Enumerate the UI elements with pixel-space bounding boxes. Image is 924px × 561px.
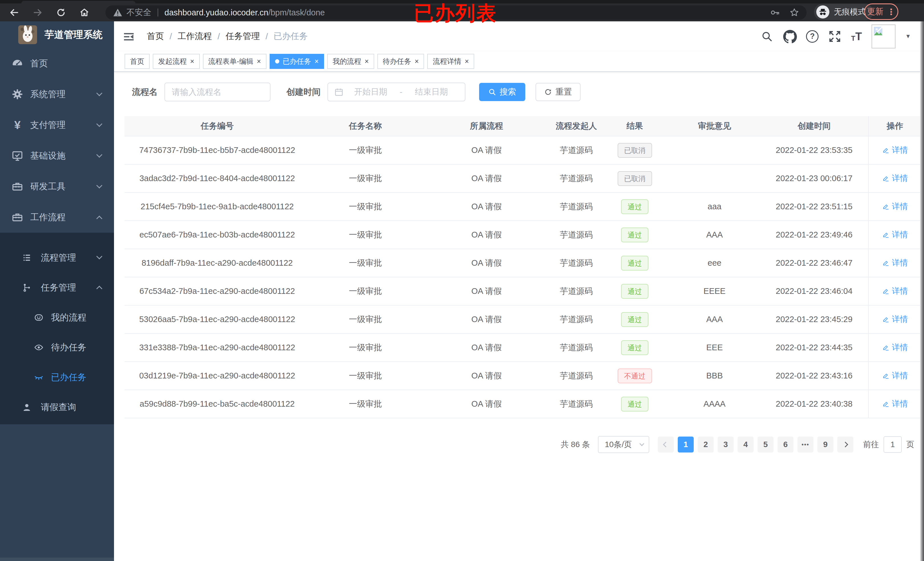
- sidebar-item-devtools[interactable]: 研发工具: [0, 171, 114, 202]
- breadcrumb-item[interactable]: 工作流程: [177, 30, 212, 42]
- detail-link[interactable]: 详情: [882, 145, 908, 156]
- window-edge-scrollbar[interactable]: [920, 21, 924, 561]
- close-icon[interactable]: ×: [415, 58, 419, 65]
- breadcrumb-separator: /: [218, 31, 220, 41]
- caret-down-icon[interactable]: ▼: [905, 33, 911, 40]
- bookmark-star-icon[interactable]: [789, 8, 799, 17]
- detail-link[interactable]: 详情: [882, 201, 908, 212]
- task-id-cell: 3adac3d2-7b9d-11ec-8404-acde48001122: [124, 164, 310, 193]
- browser-reload-icon[interactable]: [55, 7, 67, 18]
- chevron-down-icon: [96, 90, 102, 96]
- close-icon[interactable]: ×: [257, 58, 261, 65]
- status-badge: 通过: [621, 256, 648, 271]
- breadcrumb-current: 已办任务: [274, 30, 308, 42]
- goto-page-input[interactable]: [884, 436, 902, 453]
- github-icon[interactable]: [783, 30, 796, 43]
- sidebar-item-system[interactable]: 系统管理: [0, 79, 114, 110]
- task-id-cell: 331e3388-7b9a-11ec-a290-acde48001122: [124, 334, 310, 362]
- browser-home-icon[interactable]: [79, 7, 90, 18]
- col-result: 结果: [600, 116, 669, 136]
- page-button[interactable]: 9: [818, 437, 833, 452]
- page-button[interactable]: 6: [777, 437, 794, 452]
- prev-page-button[interactable]: [658, 437, 674, 452]
- page-button[interactable]: 2: [698, 437, 714, 452]
- page-button[interactable]: 1: [678, 437, 694, 452]
- tab-home[interactable]: 首页: [124, 54, 150, 69]
- table-row: 215cf4e5-7b9b-11ec-9a1b-acde48001122 一级审…: [124, 193, 921, 221]
- tab-process-detail[interactable]: 流程详情×: [427, 54, 474, 69]
- browser-back-icon[interactable]: [9, 7, 20, 18]
- detail-link[interactable]: 详情: [882, 314, 908, 325]
- reset-button[interactable]: 重置: [536, 83, 580, 101]
- tab-todo-tasks[interactable]: 待办任务×: [377, 54, 424, 69]
- detail-link[interactable]: 详情: [882, 286, 908, 296]
- sidebar-item-process-mgmt[interactable]: 流程管理: [0, 242, 114, 272]
- search-icon[interactable]: [760, 30, 774, 43]
- close-icon[interactable]: ×: [364, 58, 369, 65]
- sidebar-item-payment[interactable]: ¥ 支付管理: [0, 110, 114, 141]
- table-row: 3adac3d2-7b9d-11ec-8404-acde48001122 一级审…: [124, 164, 921, 193]
- detail-link[interactable]: 详情: [882, 257, 908, 268]
- tab-start-process[interactable]: 发起流程×: [153, 54, 200, 69]
- browser-active-tab[interactable]: [21, 1, 135, 3]
- browser-forward-icon[interactable]: [32, 7, 44, 18]
- sidebar-item-workflow[interactable]: 工作流程: [0, 202, 114, 233]
- tab-form-edit[interactable]: 流程表单-编辑×: [203, 54, 267, 69]
- sidebar-item-done-tasks[interactable]: 已办任务: [0, 362, 114, 392]
- breadcrumb-item[interactable]: 任务管理: [226, 30, 260, 42]
- detail-link[interactable]: 详情: [882, 229, 908, 240]
- status-badge: 通过: [621, 227, 648, 242]
- chevron-down-icon: [96, 151, 102, 157]
- detail-link[interactable]: 详情: [882, 173, 908, 184]
- text-size-icon[interactable]: TT: [851, 31, 862, 42]
- sidebar: 芋道管理系统 首页 系统管理 ¥ 支付管理 基础设施 研发工具: [0, 21, 114, 561]
- detail-link[interactable]: 详情: [882, 398, 908, 409]
- done-task-table: 任务编号 任务名称 所属流程 流程发起人 结果 审批意见 创建时间 操作 747…: [124, 116, 921, 418]
- date-range-picker[interactable]: 开始日期 - 结束日期: [327, 82, 465, 102]
- page-button[interactable]: 4: [738, 437, 754, 452]
- detail-link[interactable]: 详情: [882, 342, 908, 353]
- tab-my-process[interactable]: 我的流程×: [327, 54, 374, 69]
- close-icon[interactable]: ×: [465, 58, 469, 65]
- browser-menu-icon[interactable]: ⋮: [887, 7, 896, 17]
- tab-done-tasks[interactable]: 已办任务×: [270, 54, 324, 69]
- hamburger-fold-icon[interactable]: [123, 30, 135, 43]
- close-icon[interactable]: ×: [315, 58, 319, 65]
- app-logo[interactable]: 芋道管理系统: [0, 21, 114, 48]
- filter-bar: 流程名 创建时间 开始日期 - 结束日期 搜索 重置: [114, 72, 924, 102]
- page-button[interactable]: 5: [758, 437, 774, 452]
- gauge-icon: [11, 57, 23, 69]
- sidebar-collapse-bar[interactable]: [0, 558, 114, 561]
- eye-icon: [34, 343, 44, 352]
- eye-closed-icon: [34, 373, 44, 382]
- process-name-input[interactable]: [165, 82, 270, 102]
- update-button[interactable]: 更新 ⋮: [864, 3, 898, 20]
- more-pages-button[interactable]: •••: [798, 437, 813, 452]
- fullscreen-icon[interactable]: [828, 30, 842, 43]
- pagination: 共 86 条 10条/页 1 2 3 4 5 6 ••• 9 前往 页: [561, 435, 914, 454]
- page-button[interactable]: 3: [718, 437, 734, 452]
- sidebar-item-home[interactable]: 首页: [0, 48, 114, 79]
- chevron-up-icon: [96, 215, 102, 221]
- sidebar-item-label: 待办任务: [51, 341, 86, 353]
- table-row: 53026aa5-7b9a-11ec-a290-acde48001122 一级审…: [124, 305, 921, 334]
- next-page-button[interactable]: [837, 437, 854, 452]
- detail-link[interactable]: 详情: [882, 370, 908, 381]
- face-icon: [34, 313, 44, 322]
- avatar[interactable]: [872, 24, 896, 48]
- page-size-select[interactable]: 10条/页: [598, 436, 649, 453]
- breadcrumb-item[interactable]: 首页: [147, 30, 164, 42]
- status-badge: 通过: [621, 340, 648, 355]
- sidebar-item-task-mgmt[interactable]: 任务管理: [0, 272, 114, 302]
- sidebar-item-label: 基础设施: [30, 150, 66, 162]
- sidebar-item-leave-query[interactable]: 请假查询: [0, 392, 114, 422]
- table-row: 03d1219e-7b9a-11ec-a290-acde48001122 一级审…: [124, 362, 921, 390]
- close-icon[interactable]: ×: [190, 58, 194, 65]
- sidebar-item-todo-tasks[interactable]: 待办任务: [0, 332, 114, 362]
- sidebar-item-my-process[interactable]: 我的流程: [0, 302, 114, 332]
- sidebar-item-infra[interactable]: 基础设施: [0, 141, 114, 171]
- incognito-icon: [816, 5, 830, 18]
- help-icon[interactable]: ?: [806, 30, 819, 43]
- passwords-key-icon[interactable]: [770, 8, 780, 17]
- search-button[interactable]: 搜索: [479, 83, 525, 101]
